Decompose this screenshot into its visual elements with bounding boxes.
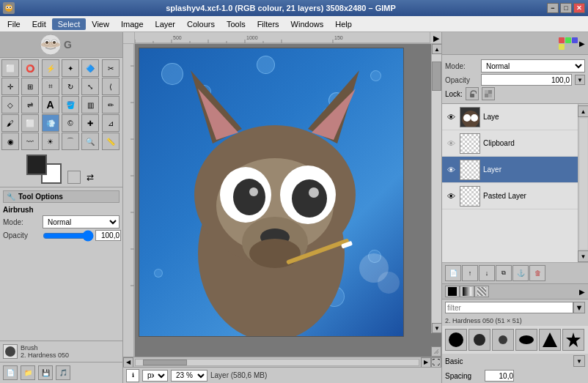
vscroll-thumb[interactable] [432, 62, 441, 91]
vscroll-track[interactable] [432, 54, 441, 323]
maximize-button[interactable]: □ [560, 3, 572, 13]
layer-visibility-2[interactable]: 👁 [445, 138, 457, 149]
tool-perspective[interactable]: ◇ [1, 96, 19, 114]
ruler-scroll-btn[interactable]: ▶ [430, 32, 441, 44]
resize-corner[interactable] [431, 346, 441, 357]
layer-visibility-4[interactable]: 👁 [445, 190, 457, 202]
layer-item-4[interactable]: 👁 Pasted Layer [442, 183, 578, 209]
tool-crop[interactable]: ⌗ [42, 78, 59, 95]
tool-heal[interactable]: ✚ [81, 114, 99, 132]
open-image-btn[interactable]: 📁 [21, 365, 35, 380]
layer-item-1[interactable]: 👁 Laye [442, 104, 578, 130]
save-image-btn[interactable]: 💾 [38, 365, 53, 380]
menu-tools[interactable]: Tools [221, 18, 251, 30]
vscroll-down[interactable]: ▼ [432, 323, 441, 333]
tool-bucket[interactable]: 🪣 [62, 96, 79, 114]
menu-image[interactable]: Image [115, 18, 150, 30]
mode-select[interactable]: Normal [43, 215, 120, 228]
menu-select[interactable]: Select [52, 18, 87, 30]
tool-pencil[interactable]: ✏ [102, 96, 120, 114]
brush-1[interactable] [445, 329, 467, 351]
panel-menu-btn[interactable]: ▶ [579, 40, 585, 48]
menu-file[interactable]: File [1, 18, 26, 30]
tool-eraser[interactable]: ⬜ [21, 114, 39, 132]
tool-free-select[interactable]: ⚡ [42, 59, 59, 77]
menu-help[interactable]: Help [329, 18, 358, 30]
tool-blend[interactable]: ▥ [81, 96, 99, 114]
tool-rect-select[interactable]: ⬜ [1, 59, 19, 77]
transparency-icon[interactable] [67, 171, 81, 184]
layer-item-3[interactable]: 👁 Layer [442, 157, 578, 183]
tool-flip[interactable]: ⇌ [21, 96, 39, 114]
brushes-panel-btn[interactable]: ▶ [579, 288, 585, 296]
tool-path[interactable]: ⌒ [62, 133, 79, 150]
brush-5[interactable] [539, 329, 561, 351]
opacity-slider[interactable] [43, 231, 94, 240]
canvas-info-btn[interactable]: ℹ [126, 369, 139, 382]
lock-pixels-btn[interactable] [466, 87, 479, 100]
canvas-scroll-area[interactable]: ▲ ▼ [135, 44, 441, 357]
tool-scissors[interactable]: ✂ [102, 59, 120, 77]
layer-visibility-1[interactable]: 👁 [445, 111, 457, 123]
export-btn[interactable]: 🎵 [56, 365, 70, 380]
tool-rotate[interactable]: ↻ [62, 78, 79, 95]
layers-scroll-track[interactable] [580, 119, 587, 249]
duplicate-layer-btn[interactable]: ⧉ [496, 265, 512, 281]
preset-expand-btn[interactable]: ▼ [573, 355, 585, 367]
menu-edit[interactable]: Edit [26, 18, 52, 30]
tool-fuzzy-select[interactable]: ✦ [62, 59, 79, 77]
brushes-filter-expand[interactable]: ▼ [573, 302, 585, 313]
menu-view[interactable]: View [86, 18, 115, 30]
lower-layer-btn[interactable]: ↓ [479, 265, 495, 281]
brush-6[interactable] [562, 329, 584, 351]
tool-shear[interactable]: ⟨ [102, 78, 120, 95]
layer-mode-select[interactable]: Normal [481, 59, 585, 72]
anchor-layer-btn[interactable]: ⚓ [512, 265, 529, 281]
tool-move[interactable]: ✛ [1, 78, 19, 95]
tool-align[interactable]: ⊞ [21, 78, 39, 95]
unit-select[interactable]: px [142, 370, 168, 382]
menu-layer[interactable]: Layer [150, 18, 182, 30]
menu-windows[interactable]: Windows [285, 18, 330, 30]
spacing-input[interactable] [485, 370, 514, 382]
tool-clone[interactable]: © [62, 114, 79, 132]
new-image-btn[interactable]: 📄 [3, 365, 18, 380]
brushes-filter-input[interactable] [445, 302, 573, 313]
brush-black-tab[interactable] [445, 286, 460, 297]
vscroll-up[interactable]: ▲ [432, 44, 441, 54]
tool-paintbrush[interactable]: 🖌 [1, 114, 19, 132]
tool-colorpicker[interactable]: 🔍 [81, 133, 99, 150]
hscroll-left[interactable]: ◀ [123, 357, 133, 368]
hscroll-track[interactable] [135, 359, 419, 366]
layer-item-2[interactable]: 👁 Clipboard [442, 130, 578, 157]
close-button[interactable]: ✕ [573, 3, 585, 13]
tool-ellipse-select[interactable]: ⭕ [21, 59, 39, 77]
delete-layer-btn[interactable]: 🗑 [529, 265, 545, 281]
fullscreen-btn[interactable]: ⛶ [431, 357, 441, 368]
brush-gradient-tab[interactable] [460, 286, 474, 297]
menu-colours[interactable]: Colours [181, 18, 221, 30]
layers-scroll-down[interactable]: ▼ [578, 250, 589, 262]
tool-options-header[interactable]: 🔧 Tool Options [3, 190, 120, 203]
tool-text[interactable]: A [42, 96, 59, 114]
layer-visibility-3[interactable]: 👁 [445, 164, 457, 176]
brush-3[interactable] [492, 329, 514, 351]
tool-dodge[interactable]: ☀ [42, 133, 59, 150]
brush-4[interactable] [515, 329, 537, 351]
tool-color-select[interactable]: 🔷 [81, 59, 99, 77]
lock-alpha-btn[interactable] [482, 87, 495, 100]
brush-2[interactable] [468, 329, 490, 351]
layers-scroll-up[interactable]: ▲ [578, 105, 589, 117]
tool-blur[interactable]: ◉ [1, 133, 19, 150]
opacity-input-right[interactable] [481, 74, 572, 86]
hscroll-right[interactable]: ▶ [421, 357, 431, 368]
swap-colors-icon[interactable]: ⇄ [84, 171, 97, 184]
menu-filters[interactable]: Filters [251, 18, 285, 30]
tool-perspective-clone[interactable]: ⊿ [102, 114, 120, 132]
foreground-color[interactable] [26, 155, 47, 175]
opacity-expand-btn[interactable]: ▼ [575, 75, 585, 85]
tool-airbrush[interactable]: 💨 [42, 114, 59, 132]
minimize-button[interactable]: − [547, 3, 559, 13]
hscroll-thumb[interactable] [143, 360, 187, 365]
tool-measure[interactable]: 📏 [102, 133, 120, 150]
